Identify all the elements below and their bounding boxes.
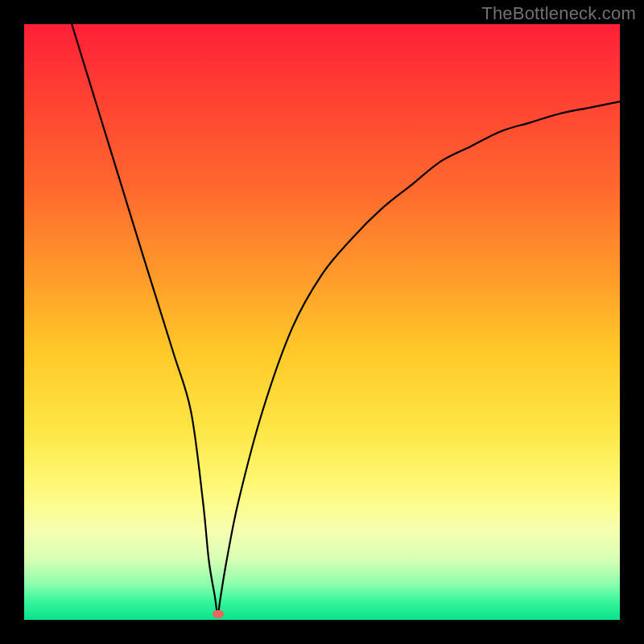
watermark-text: TheBottleneck.com [481, 3, 636, 24]
curve-path [72, 24, 620, 614]
chart-frame: TheBottleneck.com [0, 0, 644, 644]
optimum-marker [213, 610, 224, 618]
curve-svg [24, 24, 620, 620]
plot-area [24, 24, 620, 620]
